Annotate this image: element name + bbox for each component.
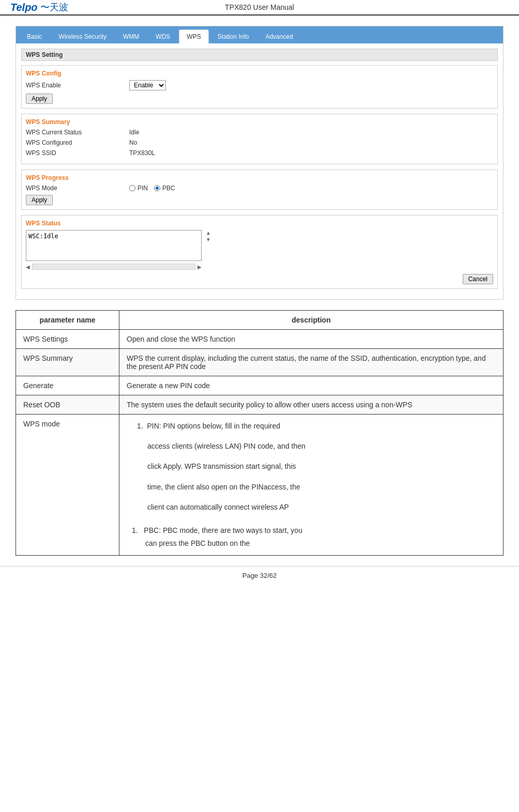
wps-summary-section: WPS Summary WPS Current Status Idle WPS … [21, 114, 498, 164]
wps-progress-apply-button[interactable]: Apply [26, 195, 53, 205]
wps-config-apply-button[interactable]: Apply [26, 94, 53, 104]
screenshot-area: Basic Wireless Security WMM WDS WPS Stat… [16, 26, 503, 300]
wps-ssid-value: TPX830L [129, 149, 155, 157]
tab-basic[interactable]: Basic [19, 29, 50, 43]
tab-bar: Basic Wireless Security WMM WDS WPS Stat… [16, 26, 503, 43]
scroll-left-icon[interactable]: ◀ [26, 264, 30, 270]
logo-telpo-text: Telpo [10, 2, 38, 13]
col-param-header: parameter name [16, 311, 119, 330]
tab-wds[interactable]: WDS [148, 29, 178, 43]
scroll-right-icon[interactable]: ▶ [197, 264, 202, 270]
radio-pbc-circle[interactable] [154, 185, 160, 191]
wps-status-title: WPS Status [26, 220, 493, 227]
tab-wps[interactable]: WPS [179, 29, 208, 43]
wps-configured-row: WPS Configured No [26, 139, 493, 146]
logo-wave-icon: 〜天波 [40, 1, 68, 13]
content-area: WPS Setting WPS Config WPS Enable Enable… [16, 43, 503, 299]
wps-config-section: WPS Config WPS Enable Enable Disable App… [21, 65, 498, 109]
wps-setting-heading: WPS Setting [21, 49, 498, 61]
wps-enable-select[interactable]: Enable Disable [129, 80, 166, 90]
scroll-up-icon[interactable]: ▲ [206, 230, 211, 236]
wps-mode-label: WPS Mode [26, 185, 129, 192]
table-row: WPS Summary WPS the current display, inc… [16, 349, 503, 376]
wps-config-title: WPS Config [26, 70, 493, 77]
wps-current-status-label: WPS Current Status [26, 129, 129, 136]
param-name-wps-settings: WPS Settings [16, 330, 119, 349]
wps-current-status-value: Idle [129, 129, 139, 136]
tab-advanced[interactable]: Advanced [257, 29, 300, 43]
radio-pbc-label: PBC [162, 185, 175, 192]
tab-wireless-security[interactable]: Wireless Security [51, 29, 114, 43]
table-row: Generate Generate a new PIN code [16, 376, 503, 395]
wps-status-textarea[interactable]: WSC:Idle [26, 230, 202, 261]
logo-area: Telpo 〜天波 [10, 1, 68, 13]
wps-mode-radios: PIN PBC [129, 185, 175, 192]
param-name-wps-mode: WPS mode [16, 415, 119, 556]
radio-pbc-item[interactable]: PBC [154, 185, 175, 192]
param-desc-generate: Generate a new PIN code [119, 376, 503, 395]
wps-mode-row: WPS Mode PIN PBC [26, 185, 493, 192]
radio-pin-label: PIN [138, 185, 148, 192]
wps-summary-title: WPS Summary [26, 118, 493, 126]
scrollbar-row: ◀ ▶ [26, 264, 202, 270]
wps-enable-label: WPS Enable [26, 82, 129, 89]
page-number: Page 32/62 [242, 572, 277, 579]
param-name-wps-summary: WPS Summary [16, 349, 119, 376]
page-title: TPX820 User Manual [225, 3, 294, 11]
param-table-section: parameter name description WPS Settings … [16, 310, 503, 556]
param-desc-wps-summary: WPS the current display, including the c… [119, 349, 503, 376]
page-footer: Page 32/62 [0, 566, 519, 585]
param-name-generate: Generate [16, 376, 119, 395]
wps-configured-value: No [129, 139, 137, 146]
wps-progress-title: WPS Progress [26, 174, 493, 181]
telpo-logo: Telpo 〜天波 [10, 1, 68, 13]
wps-ssid-row: WPS SSID TPX830L [26, 149, 493, 157]
wps-progress-section: WPS Progress WPS Mode PIN PBC Apply [21, 170, 498, 210]
wps-status-section: WPS Status WSC:Idle ◀ ▶ ▲ ▼ Cancel [21, 215, 498, 289]
cancel-row: Cancel [26, 274, 493, 284]
wps-configured-label: WPS Configured [26, 139, 129, 146]
tab-station-info[interactable]: Station Info [210, 29, 257, 43]
param-table: parameter name description WPS Settings … [16, 310, 503, 556]
col-desc-header: description [119, 311, 503, 330]
table-row: WPS mode 1. PIN: PIN options below, fill… [16, 415, 503, 556]
page-header: Telpo 〜天波 TPX820 User Manual [0, 0, 519, 16]
param-name-reset-oob: Reset OOB [16, 395, 119, 415]
param-desc-reset-oob: The system uses the default security pol… [119, 395, 503, 415]
param-desc-wps-settings: Open and close the WPS function [119, 330, 503, 349]
wps-enable-row: WPS Enable Enable Disable [26, 80, 493, 90]
table-row: Reset OOB The system uses the default se… [16, 395, 503, 415]
wps-current-status-row: WPS Current Status Idle [26, 129, 493, 136]
param-desc-wps-mode: 1. PIN: PIN options below, fill in the r… [119, 415, 503, 556]
scroll-down-icon[interactable]: ▼ [206, 237, 211, 242]
wps-ssid-label: WPS SSID [26, 149, 129, 157]
tab-wmm[interactable]: WMM [115, 29, 147, 43]
wps-cancel-button[interactable]: Cancel [463, 274, 493, 284]
table-row: WPS Settings Open and close the WPS func… [16, 330, 503, 349]
radio-pin-item[interactable]: PIN [129, 185, 148, 192]
radio-pin-circle[interactable] [129, 185, 135, 191]
